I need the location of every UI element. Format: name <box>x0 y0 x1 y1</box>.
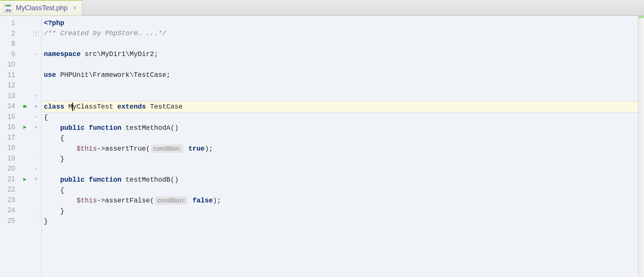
code-line: /** Created by PhpStorm. ...*/ <box>44 28 644 39</box>
fold-handle-icon[interactable]: ▸ <box>35 167 37 171</box>
brace: { <box>44 114 48 121</box>
vertical-scrollbar[interactable] <box>638 16 644 277</box>
keyword: function <box>89 124 121 132</box>
line-number: 23 <box>0 195 15 205</box>
run-gutter[interactable]: ▶▶▶▶ <box>19 16 31 277</box>
line-number-gutter[interactable]: 128910111213141516171819202122232425 <box>0 16 19 277</box>
run-test-icon[interactable]: ▶ <box>23 176 26 182</box>
line-number: 17 <box>0 132 15 143</box>
brace: } <box>60 155 64 163</box>
line-number: 14 <box>0 101 15 112</box>
brace: { <box>60 187 64 194</box>
collapse-fold-icon[interactable]: ⊖ <box>35 104 37 109</box>
variable: $this <box>76 197 97 204</box>
line-number: 15 <box>0 112 15 122</box>
arrow: -> <box>97 197 105 204</box>
parent-class: TestCase <box>146 103 183 110</box>
keyword: namespace <box>44 50 80 58</box>
keyword: use <box>44 71 56 79</box>
code-area[interactable]: <?php /** Created by PhpStorm. ...*/ nam… <box>42 16 644 277</box>
code-line <box>44 59 644 70</box>
code-line: public function testMethodB() <box>44 175 644 185</box>
punc: ); <box>213 197 221 204</box>
line-number: 2 <box>0 28 15 39</box>
fold-gutter[interactable]: +▸▸⊖▸⊖⌐▸⊖⌐⌐ <box>31 16 42 277</box>
tab-label: MyClassTest.php <box>16 4 68 12</box>
line-number: 10 <box>0 59 15 70</box>
code-line: } <box>44 216 644 227</box>
parameter-hint: condition: <box>155 196 187 205</box>
line-number: 22 <box>0 184 15 195</box>
code-line: <?php <box>44 18 644 28</box>
code-line <box>44 39 644 49</box>
method-name: testMethodA() <box>121 124 178 132</box>
keyword: class <box>44 103 64 110</box>
class-name: M <box>64 103 73 110</box>
code-line: use PHPUnit\Framework\TestCase; <box>44 70 644 81</box>
line-number: 20 <box>0 163 15 174</box>
fold-end-icon: ⌐ <box>35 156 37 160</box>
keyword: function <box>89 176 121 184</box>
php-open-tag: <?php <box>44 19 64 27</box>
php-file-icon <box>4 4 13 13</box>
code-line: namespace src\MyDir1\MyDir2; <box>44 49 644 60</box>
code-line: $this->assertFalse(condition: false); <box>44 196 644 206</box>
expand-fold-icon[interactable]: + <box>34 31 39 36</box>
code-line <box>44 80 644 91</box>
line-number: 19 <box>0 153 15 164</box>
editor-tab[interactable]: MyClassTest.php × <box>0 0 82 16</box>
method-call: assertFalse( <box>105 197 154 204</box>
line-number: 11 <box>0 70 15 81</box>
line-number: 21 <box>0 174 15 185</box>
keyword: true <box>188 145 204 153</box>
doc-comment: /** Created by PhpStorm. ...*/ <box>44 30 166 37</box>
fold-end-icon: ⌐ <box>35 219 37 223</box>
code-line: { <box>44 112 644 123</box>
keyword: public <box>60 176 85 184</box>
line-number: 13 <box>0 91 15 101</box>
line-number: 8 <box>0 39 15 49</box>
code-line: $this->assertTrue(condition: true); <box>44 143 644 154</box>
line-number: 1 <box>0 18 15 28</box>
line-number: 16 <box>0 122 15 132</box>
fold-handle-icon[interactable]: ▸ <box>35 93 37 98</box>
namespace-path: src\MyDir1\MyDir2; <box>80 50 158 58</box>
code-line <box>44 164 644 175</box>
brace: } <box>60 207 64 215</box>
method-name: testMethodB() <box>121 176 178 184</box>
line-number: 18 <box>0 143 15 153</box>
variable: $this <box>76 145 97 153</box>
brace: } <box>44 218 48 225</box>
fold-handle-icon[interactable]: ▸ <box>35 114 37 119</box>
tab-bar: MyClassTest.php × <box>0 0 644 16</box>
line-number: 24 <box>0 205 15 216</box>
code-line-highlighted: class MyClassTest extends TestCase <box>44 101 644 112</box>
run-class-icon[interactable]: ▶▶ <box>23 103 27 109</box>
keyword: public <box>60 124 85 132</box>
code-line: { <box>44 185 644 196</box>
arrow: -> <box>97 145 105 153</box>
line-number: 9 <box>0 49 15 60</box>
brace: { <box>60 134 64 142</box>
code-line: public function testMethodA() <box>44 123 644 133</box>
code-line: } <box>44 154 644 165</box>
close-icon[interactable]: × <box>73 5 77 12</box>
editor: 128910111213141516171819202122232425 ▶▶▶… <box>0 16 644 277</box>
fold-end-icon: ⌐ <box>35 209 37 212</box>
punc: ); <box>205 145 213 153</box>
class-name: yClassTest <box>73 103 118 110</box>
code-line: { <box>44 133 644 144</box>
run-test-icon[interactable]: ▶ <box>23 124 26 130</box>
collapse-fold-icon[interactable]: ⊖ <box>35 125 37 129</box>
use-path: PHPUnit\Framework\TestCase; <box>56 71 170 79</box>
fold-handle-icon[interactable]: ▸ <box>35 52 37 56</box>
line-number: 25 <box>0 216 15 226</box>
code-line: } <box>44 206 644 216</box>
collapse-fold-icon[interactable]: ⊖ <box>35 177 37 181</box>
parameter-hint: condition: <box>151 145 183 153</box>
line-number: 12 <box>0 80 15 91</box>
keyword: extends <box>117 103 146 110</box>
method-call: assertTrue( <box>105 145 150 153</box>
code-line <box>44 91 644 101</box>
keyword: false <box>192 197 213 204</box>
